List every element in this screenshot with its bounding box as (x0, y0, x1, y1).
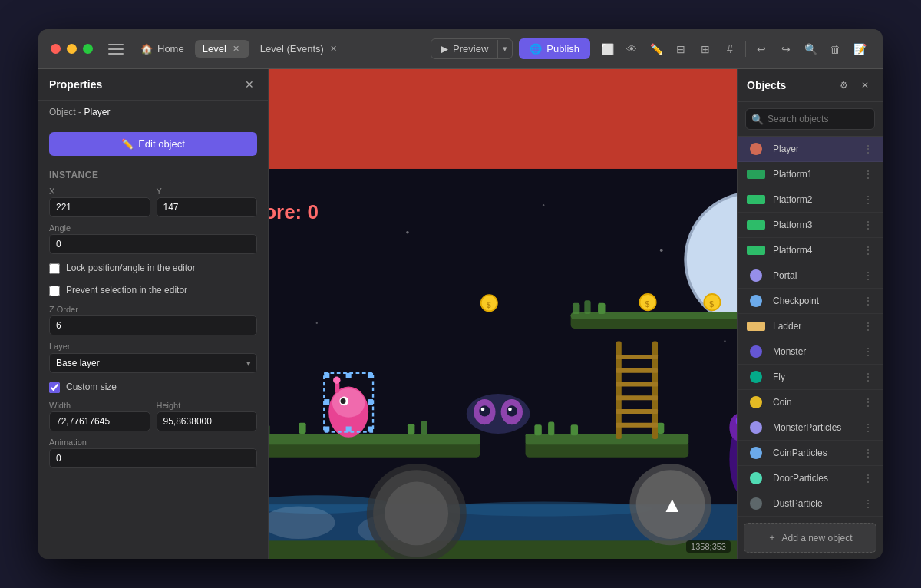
trash-icon-button[interactable]: 🗑 (824, 38, 846, 60)
object-more-coin[interactable]: ⋮ (861, 395, 875, 409)
custom-size-label: Custom size (66, 381, 117, 394)
filter-objects-button[interactable]: ⚙ (835, 77, 852, 94)
object-name-monster: Monster (773, 346, 855, 357)
search-input[interactable] (745, 108, 875, 130)
object-name-platform4: Platform4 (773, 245, 855, 256)
svg-text:▲: ▲ (662, 492, 683, 517)
object-more-checkpoint[interactable]: ⋮ (861, 294, 875, 308)
object-more-monster[interactable]: ⋮ (861, 345, 875, 358)
object-more-platform3[interactable]: ⋮ (861, 218, 875, 232)
lock-checkbox-row: Lock position/angle in the editor (38, 257, 268, 279)
nav-tab-level[interactable]: Level ✕ (195, 40, 249, 58)
add-new-object-button[interactable]: ＋ Add a new object (744, 523, 876, 553)
object-thumb-platform4 (745, 243, 767, 258)
close-level-tab-button[interactable]: ✕ (231, 44, 242, 55)
object-item-monster[interactable]: Monster ⋮ (738, 339, 883, 365)
properties-close-button[interactable]: ✕ (242, 77, 257, 92)
publish-label: Publish (546, 43, 579, 55)
object-thumb-platform3 (745, 217, 767, 233)
object-item-platform4[interactable]: Platform4 ⋮ (738, 238, 883, 263)
animation-input[interactable] (49, 448, 257, 468)
lock-checkbox[interactable] (49, 263, 60, 274)
object-more-platform2[interactable]: ⋮ (861, 193, 875, 206)
object-thumb-platform2 (745, 192, 767, 207)
object-more-doorparticles[interactable]: ⋮ (861, 471, 875, 485)
grid-icon-button[interactable]: # (719, 38, 741, 60)
object-item-platform1[interactable]: Platform1 ⋮ (738, 162, 883, 187)
svg-rect-47 (324, 427, 329, 432)
objects-icon-button[interactable]: ⬜ (596, 38, 618, 60)
maximize-window-button[interactable] (83, 44, 93, 54)
close-window-button[interactable] (51, 44, 61, 54)
object-more-platform1[interactable]: ⋮ (861, 167, 875, 181)
svg-rect-62 (616, 355, 658, 359)
redo-button[interactable]: ↪ (775, 38, 797, 60)
object-item-checkpoint[interactable]: Checkpoint ⋮ (738, 289, 883, 314)
svg-point-56 (479, 405, 490, 416)
objects-list: Player ⋮ Platform1 ⋮ Platform2 ⋮ Platfor… (738, 137, 883, 517)
object-name-dustparticle: DustParticle (773, 498, 855, 509)
layers-icon-button[interactable]: ⊟ (670, 38, 692, 60)
svg-rect-14 (584, 300, 590, 314)
close-events-tab-button[interactable]: ✕ (328, 44, 339, 55)
preview-main-button[interactable]: ▶ Preview (431, 39, 497, 58)
object-item-platform3[interactable]: Platform3 ⋮ (738, 213, 883, 238)
preview-button-group: ▶ Preview ▾ (431, 38, 513, 59)
height-input[interactable] (157, 411, 258, 431)
publish-button[interactable]: 🌐 Publish (519, 38, 590, 59)
hamburger-menu-icon[interactable] (108, 44, 124, 55)
object-more-monsterparticles[interactable]: ⋮ (861, 421, 875, 434)
edit-pencil-icon: ✏️ (121, 138, 134, 150)
object-item-coin[interactable]: Coin ⋮ (738, 390, 883, 415)
object-name: Player (84, 107, 110, 117)
prevent-checkbox[interactable] (49, 286, 60, 296)
object-more-ladder[interactable]: ⋮ (861, 319, 875, 333)
object-more-dustparticle[interactable]: ⋮ (861, 497, 875, 510)
minimize-window-button[interactable] (67, 44, 77, 54)
object-item-dustparticle[interactable]: DustParticle ⋮ (738, 491, 883, 517)
close-objects-panel-button[interactable]: ✕ (857, 77, 873, 94)
object-more-player[interactable]: ⋮ (861, 142, 875, 156)
svg-point-43 (333, 377, 340, 384)
canvas-area[interactable]: Score: 0 $ (269, 69, 737, 559)
code-icon-button[interactable]: 📝 (849, 38, 870, 60)
svg-point-41 (341, 398, 346, 404)
nav-tab-home[interactable]: 🏠 Home (133, 40, 192, 58)
object-more-portal[interactable]: ⋮ (861, 269, 875, 282)
object-name-doorparticles: DoorParticles (773, 473, 855, 484)
object-item-doorparticles[interactable]: DoorParticles ⋮ (738, 466, 883, 491)
nav-tab-level-events[interactable]: Level (Events) ✕ (253, 40, 347, 58)
y-input[interactable] (157, 197, 258, 217)
zorder-input[interactable] (49, 315, 257, 335)
play-icon: ▶ (441, 43, 448, 55)
svg-rect-46 (368, 373, 373, 378)
object-thumb-coin (745, 395, 767, 410)
angle-input[interactable] (49, 234, 257, 254)
preview-dropdown-button[interactable]: ▾ (497, 40, 512, 58)
object-item-monsterparticles[interactable]: MonsterParticles ⋮ (738, 415, 883, 441)
object-more-coinparticles[interactable]: ⋮ (861, 446, 875, 460)
svg-rect-12 (571, 312, 737, 319)
object-item-ladder[interactable]: Ladder ⋮ (738, 314, 883, 339)
object-item-platform2[interactable]: Platform2 ⋮ (738, 187, 883, 213)
object-item-portal[interactable]: Portal ⋮ (738, 263, 883, 289)
nav-tabs: 🏠 Home Level ✕ Level (Events) ✕ (133, 40, 421, 58)
layer-select[interactable]: Base layer UI layer (49, 353, 257, 373)
svg-rect-2 (269, 142, 299, 169)
width-input[interactable] (49, 411, 150, 431)
pencil-icon-button[interactable]: ✏️ (645, 38, 667, 60)
custom-size-checkbox[interactable] (49, 382, 60, 393)
object-item-player[interactable]: Player ⋮ (738, 137, 883, 162)
stack-icon-button[interactable]: ⊞ (695, 38, 716, 60)
object-item-coinparticles[interactable]: CoinParticles ⋮ (738, 441, 883, 466)
x-input[interactable] (49, 197, 150, 217)
undo-button[interactable]: ↩ (751, 38, 772, 60)
instance-icon-button[interactable]: 👁 (621, 38, 642, 60)
svg-rect-13 (573, 303, 579, 314)
object-item-fly[interactable]: Fly ⋮ (738, 365, 883, 390)
zoom-icon-button[interactable]: 🔍 (800, 38, 821, 60)
object-more-platform4[interactable]: ⋮ (861, 243, 875, 257)
svg-rect-88 (747, 170, 765, 179)
object-more-fly[interactable]: ⋮ (861, 370, 875, 384)
edit-object-button[interactable]: ✏️ Edit object (49, 132, 257, 156)
